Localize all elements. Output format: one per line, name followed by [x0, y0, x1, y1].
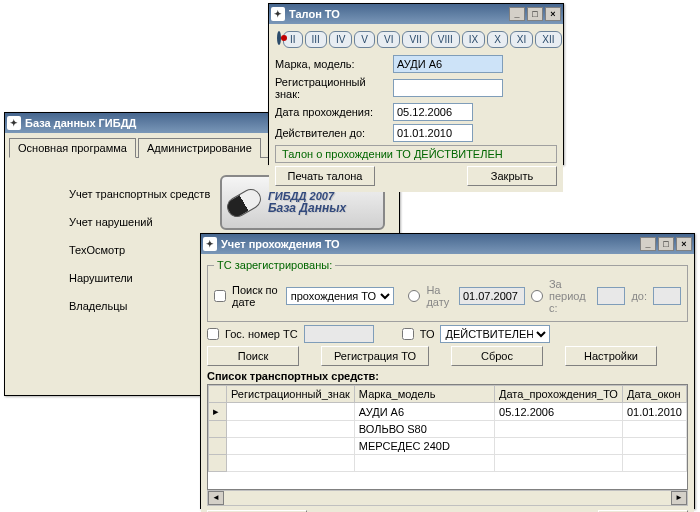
maximize-button[interactable]: □ [658, 237, 674, 251]
roman-11[interactable]: XI [510, 31, 533, 48]
close-button[interactable]: × [676, 237, 692, 251]
lbl-period: За период с: [549, 278, 591, 314]
register-to-button[interactable]: Регистрация ТО [321, 346, 429, 366]
lbl-regnum: Регистрационный знак: [275, 76, 387, 100]
col-passdate[interactable]: Дата_прохождения_ТО [495, 386, 623, 403]
sel-search[interactable]: прохождения ТО [286, 287, 394, 305]
tab-main[interactable]: Основная программа [9, 138, 136, 158]
validuntil-input[interactable] [393, 124, 473, 142]
regnum-input[interactable] [393, 79, 503, 97]
roman-5[interactable]: V [354, 31, 375, 48]
lbl-to: до: [631, 290, 647, 302]
print-talon-button[interactable]: Печать талона [275, 166, 375, 186]
grid-scrollbar[interactable]: ◄► [207, 490, 688, 506]
search-button[interactable]: Поиск [207, 346, 299, 366]
table-row[interactable]: МЕРСЕДЕС 240D [209, 438, 687, 455]
roman-4[interactable]: IV [329, 31, 352, 48]
maximize-button[interactable]: □ [527, 7, 543, 21]
to-icon: ✦ [203, 237, 217, 251]
to-window: ✦ Учет прохождения ТО _ □ × ТС зарегистр… [200, 233, 695, 509]
record-icon[interactable] [277, 31, 281, 45]
to-title: Учет прохождения ТО [221, 238, 340, 250]
minimize-button[interactable]: _ [509, 7, 525, 21]
reset-button[interactable]: Сброс [451, 346, 543, 366]
fieldset-legend: ТС зарегистрированы: [214, 259, 335, 271]
close-talon-button[interactable]: Закрыть [467, 166, 557, 186]
roman-9[interactable]: IX [462, 31, 485, 48]
roman-toolbar: II III IV V VI VII VIII IX X XI XII [275, 27, 557, 52]
talon-title: Талон ТО [289, 8, 340, 20]
app-icon: ✦ [7, 116, 21, 130]
roman-6[interactable]: VI [377, 31, 400, 48]
model-input[interactable] [393, 55, 503, 73]
talon-window: ✦ Талон ТО _ □ × II III IV V VI VII VIII… [268, 3, 564, 165]
lbl-passdate: Дата прохождения: [275, 106, 387, 118]
table-row[interactable]: ВОЛЬВО S80 [209, 421, 687, 438]
chk-search-date[interactable] [214, 290, 226, 302]
gosnum-input[interactable] [304, 325, 374, 343]
settings-button[interactable]: Настройки [565, 346, 657, 366]
col-regnum[interactable]: Регистрационный_знак [227, 386, 355, 403]
logo-line2: База Данных [268, 202, 346, 214]
roman-10[interactable]: X [487, 31, 508, 48]
chk-gosnum[interactable] [207, 328, 219, 340]
date-input[interactable] [459, 287, 525, 305]
lbl-validuntil: Действителен до: [275, 127, 387, 139]
minimize-button[interactable]: _ [640, 237, 656, 251]
lbl-model: Марка, модель: [275, 58, 387, 70]
period-to-input[interactable] [653, 287, 681, 305]
roman-12[interactable]: XII [535, 31, 561, 48]
to-titlebar[interactable]: ✦ Учет прохождения ТО _ □ × [201, 234, 694, 254]
table-row[interactable]: ▸АУДИ А605.12.200601.01.2010 [209, 403, 687, 421]
roman-8[interactable]: VIII [431, 31, 460, 48]
pill-icon [223, 185, 264, 220]
lbl-to-chk: ТО [420, 328, 435, 340]
roman-3[interactable]: III [305, 31, 327, 48]
period-from-input[interactable] [597, 287, 625, 305]
radio-on-date[interactable] [408, 290, 420, 302]
list-title: Список транспортных средств: [207, 370, 688, 382]
lbl-search-date: Поиск по дате [232, 284, 280, 308]
talon-titlebar[interactable]: ✦ Талон ТО _ □ × [269, 4, 563, 24]
col-enddate[interactable]: Дата_окон [622, 386, 686, 403]
sel-to-status[interactable]: ДЕЙСТВИТЕЛЕН [440, 325, 550, 343]
chk-to[interactable] [402, 328, 414, 340]
lbl-gosnum: Гос. номер ТС [225, 328, 298, 340]
db-title: База данных ГИБДД [25, 117, 136, 129]
lbl-on-date: На дату [426, 284, 453, 308]
status-text: Талон о прохождении ТО ДЕЙСТВИТЕЛЕН [282, 148, 503, 160]
col-model[interactable]: Марка_модель [354, 386, 494, 403]
roman-7[interactable]: VII [402, 31, 428, 48]
talon-icon: ✦ [271, 7, 285, 21]
close-button[interactable]: × [545, 7, 561, 21]
radio-period[interactable] [531, 290, 543, 302]
passdate-input[interactable] [393, 103, 473, 121]
tab-admin[interactable]: Администрирование [138, 138, 261, 158]
vehicle-grid[interactable]: Регистрационный_знак Марка_модель Дата_п… [207, 384, 688, 490]
